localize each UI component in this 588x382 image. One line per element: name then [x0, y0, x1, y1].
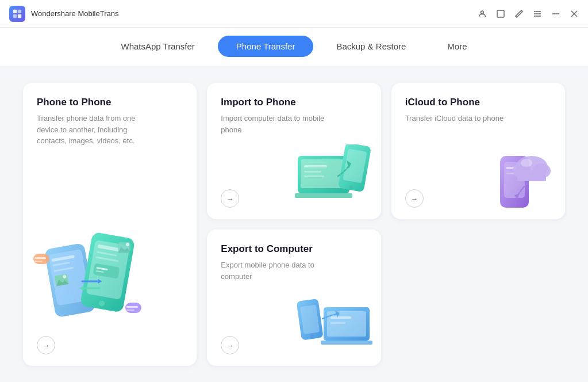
- svg-point-40: [126, 243, 129, 246]
- tab-backup-restore[interactable]: Backup & Restore: [318, 36, 424, 57]
- svg-rect-3: [18, 14, 21, 17]
- svg-rect-45: [304, 171, 321, 173]
- svg-rect-70: [330, 322, 345, 324]
- svg-point-61: [521, 159, 532, 167]
- card-phone-to-phone-arrow[interactable]: →: [37, 336, 55, 354]
- svg-rect-46: [304, 175, 324, 177]
- main-content: Phone to Phone Transfer phone data from …: [0, 67, 588, 382]
- tab-whatsapp-transfer[interactable]: WhatsApp Transfer: [102, 36, 213, 57]
- profile-icon[interactable]: [478, 9, 487, 18]
- edit-icon[interactable]: [514, 9, 524, 18]
- svg-rect-60: [517, 174, 546, 181]
- card-icloud-desc: Transfer iCloud data to phone: [405, 113, 520, 124]
- app-logo: [9, 6, 25, 22]
- card-icloud-title: iCloud to Phone: [405, 97, 551, 108]
- card-icloud-to-phone[interactable]: iCloud to Phone Transfer iCloud data to …: [391, 83, 565, 219]
- card-import-desc: Import computer data to mobile phone: [221, 113, 336, 135]
- card-icloud-arrow[interactable]: →: [405, 189, 424, 208]
- tab-more[interactable]: More: [429, 36, 485, 57]
- tab-phone-transfer[interactable]: Phone Transfer: [218, 36, 314, 57]
- menu-icon[interactable]: [533, 9, 542, 18]
- svg-rect-68: [321, 341, 372, 345]
- window-controls: [478, 9, 579, 18]
- card-phone-to-phone[interactable]: Phone to Phone Transfer phone data from …: [23, 83, 197, 366]
- svg-rect-2: [13, 14, 17, 17]
- card-phone-to-phone-desc: Transfer phone data from one device to a…: [37, 113, 152, 147]
- svg-rect-33: [34, 257, 46, 259]
- minimize-icon[interactable]: [551, 9, 560, 18]
- card-import-arrow[interactable]: →: [221, 189, 239, 208]
- svg-rect-43: [295, 193, 352, 198]
- close-icon[interactable]: [570, 9, 579, 18]
- card-export-desc: Export mobile phone data to computer: [221, 259, 336, 282]
- svg-rect-44: [304, 165, 327, 167]
- card-phone-to-phone-title: Phone to Phone: [37, 97, 183, 108]
- svg-rect-69: [330, 316, 351, 319]
- card-import-title: Import to Phone: [221, 97, 367, 108]
- svg-point-53: [512, 201, 517, 206]
- card-import-to-phone[interactable]: Import to Phone Import computer data to …: [207, 83, 381, 219]
- svg-point-4: [481, 11, 484, 14]
- export-illustration: [295, 297, 375, 360]
- svg-rect-36: [126, 306, 138, 308]
- svg-rect-0: [13, 9, 17, 13]
- icloud-illustration: [480, 144, 560, 213]
- app-title: Wondershare MobileTrans: [31, 9, 478, 18]
- window-icon[interactable]: [496, 9, 505, 18]
- card-export-title: Export to Computer: [221, 243, 367, 255]
- svg-rect-34: [34, 261, 43, 262]
- titlebar: Wondershare MobileTrans: [0, 0, 588, 28]
- svg-rect-37: [126, 310, 134, 311]
- import-illustration: [295, 144, 375, 213]
- navbar: WhatsApp Transfer Phone Transfer Backup …: [0, 28, 588, 67]
- card-export-to-computer[interactable]: Export to Computer Export mobile phone d…: [207, 230, 381, 366]
- card-export-arrow[interactable]: →: [221, 336, 239, 354]
- svg-rect-1: [18, 9, 21, 13]
- svg-rect-5: [497, 10, 504, 17]
- phone-to-phone-illustration: [29, 222, 167, 337]
